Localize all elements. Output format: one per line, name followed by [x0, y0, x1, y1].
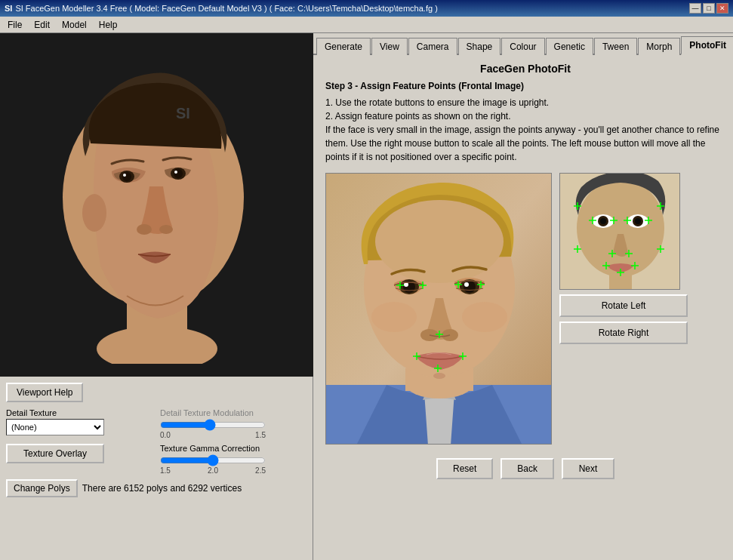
menu-file[interactable]: File [3, 18, 26, 32]
detail-texture-select[interactable]: (None) [6, 419, 104, 435]
svg-point-9 [174, 169, 183, 178]
change-polys-button[interactable]: Change Polys [6, 479, 78, 497]
next-button[interactable]: Next [562, 458, 614, 479]
texture-overlay-section: Texture Overlay [6, 444, 152, 475]
polys-info: There are 6152 polys and 6292 vertices [82, 483, 242, 494]
svg-point-48 [577, 179, 664, 277]
window-title: SI FaceGen Modeller 3.4 Free ( Model: Fa… [15, 4, 437, 13]
tab-camera[interactable]: Camera [408, 38, 457, 55]
svg-text:SI: SI [176, 105, 190, 122]
bottom-row: Change Polys There are 6152 polys and 62… [6, 479, 306, 497]
photofit-title: FaceGen PhotoFit [325, 63, 725, 75]
menubar: File Edit Model Help [0, 17, 733, 33]
rotate-right-button[interactable]: Rotate Right [559, 322, 688, 344]
minimize-button[interactable]: — [689, 3, 701, 14]
svg-point-12 [159, 225, 173, 234]
gamma-texture-row: Texture Overlay Texture Gamma Correction… [6, 444, 306, 475]
svg-point-54 [635, 218, 641, 224]
step-title: Step 3 - Assign Feature Points (Frontal … [325, 81, 725, 91]
head-render: SI [0, 33, 313, 377]
tab-generate[interactable]: Generate [316, 38, 371, 55]
main-photo[interactable] [325, 173, 552, 445]
instruction-2: 2. Assign feature points as shown on the… [325, 111, 510, 122]
texture-controls-row: Detail Texture (None) Detail Texture Mod… [6, 408, 306, 439]
tabs: Generate View Camera Shape Colour Geneti… [313, 33, 733, 55]
side-panel-right: Rotate Left Rotate Right [559, 173, 725, 445]
3d-viewport[interactable]: SI [0, 33, 313, 377]
instruction-1: 1. Use the rotate buttons to ensure the … [325, 97, 549, 108]
modulation-slider-container: 0.0 1.5 [160, 419, 306, 439]
svg-point-6 [122, 172, 131, 181]
app-icon: SI [5, 4, 12, 13]
svg-point-11 [137, 224, 152, 235]
titlebar: SI SI FaceGen Modeller 3.4 Free ( Model:… [0, 0, 733, 17]
bottom-buttons: Reset Back Next [325, 452, 725, 487]
svg-point-28 [433, 373, 445, 379]
tab-colour[interactable]: Colour [501, 38, 544, 55]
menu-edit[interactable]: Edit [29, 18, 54, 32]
back-button[interactable]: Back [500, 458, 554, 479]
gamma-slider-container: 1.5 2.0 2.5 [160, 454, 306, 475]
tab-shape[interactable]: Shape [458, 38, 501, 55]
gamma-slider[interactable] [160, 454, 266, 466]
menu-model[interactable]: Model [57, 18, 91, 32]
content-area: FaceGen PhotoFit Step 3 - Assign Feature… [313, 55, 733, 560]
image-area: Rotate Left Rotate Right [325, 173, 725, 445]
instruction-3: If the face is very small in the image, … [325, 125, 719, 162]
close-button[interactable]: ✕ [716, 3, 728, 14]
detail-texture-section: Detail Texture (None) [6, 408, 152, 439]
gamma-section: Texture Gamma Correction 1.5 2.0 2.5 [160, 444, 306, 475]
main-layout: SI Viewport Help Detail Texture (None) [0, 33, 733, 560]
menu-help[interactable]: Help [94, 18, 122, 32]
titlebar-controls: — □ ✕ [689, 3, 728, 14]
gamma-label: Texture Gamma Correction [160, 444, 306, 453]
left-panel: SI Viewport Help Detail Texture (None) [0, 33, 313, 560]
rotate-left-button[interactable]: Rotate Left [559, 294, 688, 317]
svg-point-30 [462, 302, 507, 332]
svg-point-25 [464, 282, 469, 287]
svg-point-19 [375, 200, 504, 283]
modulation-labels: 0.0 1.5 [160, 431, 266, 439]
svg-point-4 [82, 194, 106, 232]
gamma-labels: 1.5 2.0 2.5 [160, 466, 266, 475]
svg-point-51 [600, 218, 606, 224]
tab-tween[interactable]: Tween [594, 38, 637, 55]
controls-panel: Viewport Help Detail Texture (None) Deta… [0, 377, 313, 560]
tab-view[interactable]: View [371, 38, 408, 55]
tab-photofit[interactable]: PhotoFit [681, 36, 733, 55]
modulation-section: Detail Texture Modulation 0.0 1.5 [160, 408, 306, 439]
instructions: 1. Use the rotate buttons to ensure the … [325, 96, 725, 164]
svg-point-10 [174, 171, 177, 174]
reset-button[interactable]: Reset [436, 458, 493, 479]
modulation-slider[interactable] [160, 419, 266, 431]
viewport-help-button[interactable]: Viewport Help [6, 383, 83, 402]
titlebar-title: SI SI FaceGen Modeller 3.4 Free ( Model:… [5, 4, 438, 13]
svg-point-29 [371, 302, 417, 332]
reference-photo[interactable] [559, 173, 680, 290]
detail-texture-label: Detail Texture [6, 408, 152, 417]
maximize-button[interactable]: □ [703, 3, 715, 14]
texture-overlay-button[interactable]: Texture Overlay [6, 444, 104, 463]
svg-point-7 [123, 174, 126, 177]
right-panel: Generate View Camera Shape Colour Geneti… [313, 33, 733, 560]
tab-morph[interactable]: Morph [638, 38, 680, 55]
modulation-label: Detail Texture Modulation [160, 408, 306, 417]
tab-genetic[interactable]: Genetic [546, 38, 593, 55]
svg-point-24 [464, 281, 476, 293]
